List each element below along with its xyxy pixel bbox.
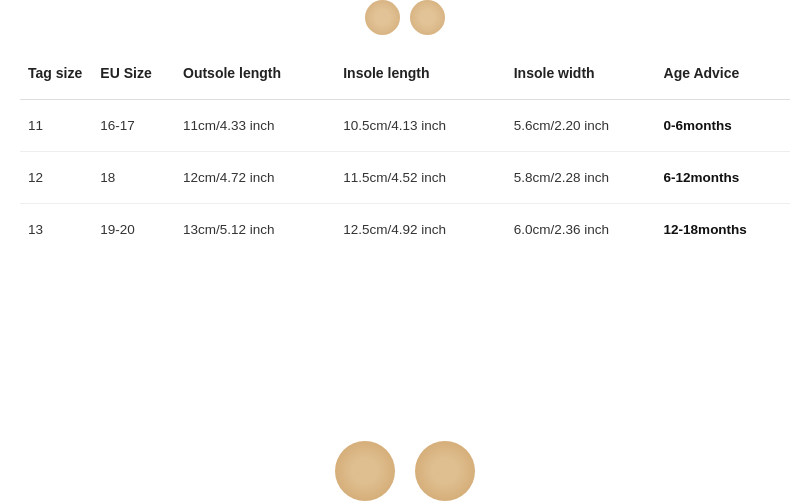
- cell-insole-width: 5.8cm/2.28 inch: [506, 152, 656, 204]
- cell-tag-size: 12: [20, 152, 92, 204]
- header-insole-width: Insole width: [506, 55, 656, 100]
- header-eu-size: EU Size: [92, 55, 175, 100]
- cell-tag-size: 11: [20, 100, 92, 152]
- cell-outsole-length: 13cm/5.12 inch: [175, 204, 335, 256]
- cell-age-advice: 6-12months: [656, 152, 790, 204]
- size-table: Tag size EU Size Outsole length Insole l…: [20, 55, 790, 255]
- cell-outsole-length: 11cm/4.33 inch: [175, 100, 335, 152]
- header-tag-size: Tag size: [20, 55, 92, 100]
- cell-insole-length: 11.5cm/4.52 inch: [335, 152, 506, 204]
- cell-eu-size: 19-20: [92, 204, 175, 256]
- page-container: Tag size EU Size Outsole length Insole l…: [0, 0, 810, 501]
- top-circle-right: [410, 0, 445, 35]
- cell-insole-length: 10.5cm/4.13 inch: [335, 100, 506, 152]
- header-outsole-length: Outsole length: [175, 55, 335, 100]
- top-circle-left: [365, 0, 400, 35]
- bottom-circle-left: [335, 441, 395, 501]
- size-table-container: Tag size EU Size Outsole length Insole l…: [20, 55, 790, 255]
- table-row: 1116-1711cm/4.33 inch10.5cm/4.13 inch5.6…: [20, 100, 790, 152]
- cell-insole-width: 6.0cm/2.36 inch: [506, 204, 656, 256]
- header-age-advice: Age Advice: [656, 55, 790, 100]
- cell-insole-length: 12.5cm/4.92 inch: [335, 204, 506, 256]
- cell-tag-size: 13: [20, 204, 92, 256]
- table-row: 1319-2013cm/5.12 inch12.5cm/4.92 inch6.0…: [20, 204, 790, 256]
- top-decoration: [305, 0, 505, 40]
- bottom-circle-right: [415, 441, 475, 501]
- table-row: 121812cm/4.72 inch11.5cm/4.52 inch5.8cm/…: [20, 152, 790, 204]
- table-header-row: Tag size EU Size Outsole length Insole l…: [20, 55, 790, 100]
- header-insole-length: Insole length: [335, 55, 506, 100]
- cell-eu-size: 16-17: [92, 100, 175, 152]
- bottom-decoration: [255, 441, 555, 501]
- cell-eu-size: 18: [92, 152, 175, 204]
- cell-insole-width: 5.6cm/2.20 inch: [506, 100, 656, 152]
- cell-age-advice: 12-18months: [656, 204, 790, 256]
- cell-outsole-length: 12cm/4.72 inch: [175, 152, 335, 204]
- cell-age-advice: 0-6months: [656, 100, 790, 152]
